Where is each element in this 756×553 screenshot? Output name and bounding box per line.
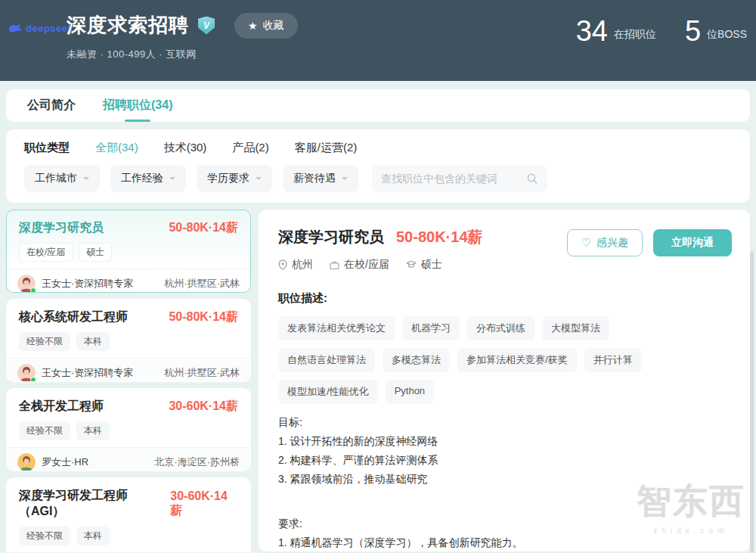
category-all[interactable]: 全部(34)	[95, 141, 138, 155]
detail-city: 杭州	[278, 258, 313, 272]
keyword-search-box[interactable]	[372, 165, 547, 192]
keyword-tag: 多模态算法	[383, 348, 450, 372]
job-card-fullstack-engineer[interactable]: 全栈开发工程师 30-60K·14薪 经验不限 本科 罗女士·HR 北京·海淀区…	[6, 388, 251, 471]
verified-badge-icon: V	[198, 17, 215, 35]
company-header: deepseek 深度求索招聘 V ★ 收藏 未融资 · 100-499人 · …	[0, 0, 756, 81]
category-tech[interactable]: 技术(30)	[164, 141, 207, 155]
keyword-tags: 发表算法相关优秀论文 机器学习 分布式训练 大模型算法 自然语言处理算法 多模态…	[278, 316, 702, 404]
job-salary: 50-80K·14薪	[169, 309, 238, 325]
keyword-tag: 参加算法相关竞赛/获奖	[457, 348, 577, 372]
recruiter-name: 王女士·资深招聘专家	[42, 366, 158, 380]
job-tag: 在校/应届	[19, 243, 73, 262]
vertical-scrollbar[interactable]	[750, 251, 754, 553]
chat-now-button[interactable]: 立即沟通	[653, 229, 732, 256]
recruiter-name: 王女士·资深招聘专家	[42, 277, 158, 290]
keyword-tag: 自然语言处理算法	[278, 348, 375, 372]
recruiter-avatar	[17, 364, 36, 382]
job-card-core-system-engineer[interactable]: 核心系统研发工程师 50-80K·14薪 经验不限 本科 王女士·资深招聘专家 …	[6, 299, 251, 382]
job-location: 杭州·拱墅区·武林	[164, 366, 240, 380]
job-type-label: 职位类型	[24, 141, 70, 155]
goals-label: 目标:	[278, 413, 730, 432]
job-title: 深度学习研究员	[19, 220, 104, 236]
chevron-down-icon	[169, 177, 175, 183]
keyword-tag: 模型加速/性能优化	[278, 380, 378, 404]
online-dot	[30, 287, 36, 293]
deepseek-whale-icon	[8, 23, 23, 34]
job-detail-panel: 深度学习研究员 50-80K·14薪 ♡ 感兴趣 立即沟通 杭州	[259, 210, 750, 551]
detail-degree: 硕士	[406, 258, 442, 272]
location-pin-icon	[278, 259, 287, 270]
job-tag: 经验不限	[19, 421, 70, 440]
job-tag: 本科	[76, 421, 110, 440]
tab-company-intro[interactable]: 公司简介	[27, 89, 76, 122]
search-icon	[526, 172, 538, 185]
detail-experience-label: 在校/应届	[344, 258, 389, 272]
interested-label: 感兴趣	[596, 236, 628, 250]
keyword-tag: 机器学习	[402, 316, 460, 340]
job-tag: 经验不限	[19, 332, 70, 351]
company-recruit-page: deepseek 深度求索招聘 V ★ 收藏 未融资 · 100-499人 · …	[0, 0, 756, 553]
chevron-down-icon	[83, 177, 89, 183]
online-dot	[30, 377, 36, 382]
job-title: 核心系统研发工程师	[19, 309, 128, 325]
stat-boss-count: 5 位BOSS	[685, 17, 747, 45]
category-ops[interactable]: 客服/运营(2)	[295, 141, 358, 155]
job-salary: 50-80K·14薪	[169, 220, 238, 236]
job-goals: 目标: 1. 设计开拓性的新的深度神经网络 2. 构建科学、严谨的算法评测体系 …	[278, 413, 730, 489]
job-card-deep-learning-researcher[interactable]: 深度学习研究员 50-80K·14薪 在校/应届 硕士 王女士·资深招聘专家 杭…	[6, 210, 251, 293]
filter-salary-label: 薪资待遇	[293, 172, 336, 185]
job-location: 杭州·拱墅区·武林	[164, 277, 240, 290]
filter-experience-label: 工作经验	[121, 172, 163, 185]
detail-city-label: 杭州	[292, 258, 313, 272]
favorite-button[interactable]: ★ 收藏	[234, 13, 298, 39]
filter-degree-label: 学历要求	[207, 172, 249, 185]
job-title: 全栈开发工程师	[19, 399, 104, 415]
goal-item: 2. 构建科学、严谨的算法评测体系	[278, 451, 730, 470]
header-stats: 34 在招职位 5 位BOSS	[576, 17, 747, 45]
briefcase-icon	[330, 260, 339, 270]
keyword-search-input[interactable]	[381, 172, 526, 185]
category-product[interactable]: 产品(2)	[232, 141, 268, 155]
goal-item: 1. 设计开拓性的新的深度神经网络	[278, 432, 730, 451]
recruiter-name: 罗女士·HR	[42, 455, 148, 469]
stat-label: 在招职位	[614, 28, 656, 45]
detail-job-title: 深度学习研究员	[278, 227, 384, 247]
heart-icon: ♡	[581, 236, 591, 250]
interested-button[interactable]: ♡ 感兴趣	[567, 229, 643, 256]
keyword-tag: 大模型算法	[542, 316, 609, 340]
company-meta: 未融资 · 100-499人 · 互联网	[67, 48, 298, 61]
stat-open-jobs: 34 在招职位	[576, 17, 656, 45]
job-title: 深度学习研发工程师（AGI）	[19, 488, 170, 520]
recruiter-avatar	[17, 275, 36, 293]
job-tag: 本科	[76, 332, 110, 351]
star-icon: ★	[248, 20, 258, 31]
goal-item: 3. 紧跟领域前沿，推动基础研究	[278, 470, 730, 489]
job-salary: 30-60K·14薪	[169, 399, 238, 415]
keyword-tag: 分布式训练	[467, 316, 534, 340]
filter-panel: 职位类型 全部(34) 技术(30) 产品(2) 客服/运营(2) 工作城市 工…	[6, 129, 750, 203]
filter-experience-dropdown[interactable]: 工作经验	[110, 165, 186, 192]
keyword-tag: 并行计算	[584, 348, 642, 372]
filter-salary-dropdown[interactable]: 薪资待遇	[283, 165, 358, 192]
page-title: 深度求索招聘	[67, 12, 189, 39]
filter-city-dropdown[interactable]: 工作城市	[24, 165, 100, 192]
job-tag: 硕士	[79, 243, 112, 262]
job-list: 深度学习研究员 50-80K·14薪 在校/应届 硕士 王女士·资深招聘专家 杭…	[6, 210, 251, 553]
stat-value: 34	[576, 17, 608, 45]
requirement-item: 1. 精通机器学习（深度学习），具备创新研究能力。	[278, 533, 730, 552]
job-tag: 本科	[76, 527, 110, 545]
filter-degree-dropdown[interactable]: 学历要求	[197, 165, 272, 192]
chevron-down-icon	[342, 177, 348, 183]
detail-experience: 在校/应届	[330, 258, 389, 272]
tab-open-positions[interactable]: 招聘职位(34)	[103, 89, 172, 122]
graduation-cap-icon	[406, 260, 417, 269]
stat-label: 位BOSS	[707, 28, 747, 45]
keyword-tag: 发表算法相关优秀论文	[278, 316, 395, 340]
filter-city-label: 工作城市	[35, 172, 77, 185]
job-salary: 30-60K·14薪	[170, 489, 238, 519]
requirements-label: 要求:	[278, 514, 730, 533]
job-card-deep-learning-engineer-agi[interactable]: 深度学习研发工程师（AGI） 30-60K·14薪 经验不限 本科 罗女士·HR…	[6, 477, 251, 553]
job-description-label: 职位描述:	[278, 291, 730, 306]
chevron-down-icon	[256, 177, 262, 183]
stat-value: 5	[685, 17, 701, 45]
